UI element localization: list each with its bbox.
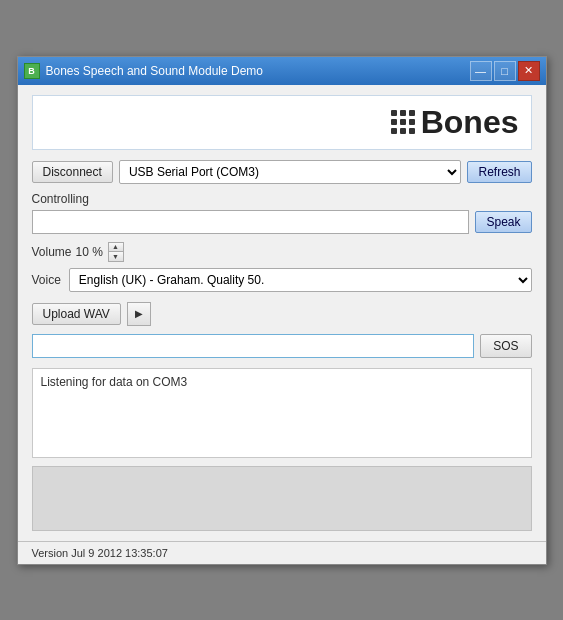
port-select[interactable]: USB Serial Port (COM3) COM1 COM2 COM4 [119, 160, 462, 184]
maximize-button[interactable]: □ [494, 61, 516, 81]
sos-row: SOS [32, 334, 532, 358]
play-button[interactable]: ▶ [127, 302, 151, 326]
log-text: Listening for data on COM3 [41, 375, 188, 389]
logo-dot-3 [409, 110, 415, 116]
minimize-button[interactable]: — [470, 61, 492, 81]
logo-text: Bones [421, 104, 519, 141]
volume-spinner[interactable]: ▲ ▼ [108, 242, 124, 262]
voice-row: Voice English (UK) - Graham. Quality 50.… [32, 268, 532, 292]
controlling-label: Controlling [32, 192, 532, 206]
app-icon-label: B [28, 66, 35, 76]
status-text: Version Jul 9 2012 13:35:07 [32, 547, 168, 559]
status-bar: Version Jul 9 2012 13:35:07 [18, 541, 546, 564]
app-icon: B [24, 63, 40, 79]
sos-input[interactable] [32, 334, 475, 358]
volume-label: Volume [32, 245, 72, 259]
disconnect-button[interactable]: Disconnect [32, 161, 113, 183]
log-area: Listening for data on COM3 [32, 368, 532, 458]
close-button[interactable]: ✕ [518, 61, 540, 81]
upload-wav-button[interactable]: Upload WAV [32, 303, 121, 325]
refresh-button[interactable]: Refresh [467, 161, 531, 183]
logo-dot-2 [400, 110, 406, 116]
logo-dot-7 [391, 128, 397, 134]
logo-dot-1 [391, 110, 397, 116]
window-body: Bones Disconnect USB Serial Port (COM3) … [18, 85, 546, 541]
sos-button[interactable]: SOS [480, 334, 531, 358]
window-title: Bones Speech and Sound Module Demo [46, 64, 470, 78]
window-controls: — □ ✕ [470, 61, 540, 81]
volume-up-button[interactable]: ▲ [109, 243, 123, 252]
logo-dot-4 [391, 119, 397, 125]
toolbar-row: Disconnect USB Serial Port (COM3) COM1 C… [32, 160, 532, 184]
logo-dot-8 [400, 128, 406, 134]
volume-value: 10 % [76, 245, 104, 259]
voice-label: Voice [32, 273, 61, 287]
logo-dot-5 [400, 119, 406, 125]
logo-area: Bones [32, 95, 532, 150]
logo-dots [391, 110, 415, 134]
volume-row: Volume 10 % ▲ ▼ [32, 242, 532, 262]
logo-dot-6 [409, 119, 415, 125]
speak-input[interactable] [32, 210, 470, 234]
voice-select[interactable]: English (UK) - Graham. Quality 50. Engli… [69, 268, 532, 292]
title-bar: B Bones Speech and Sound Module Demo — □… [18, 57, 546, 85]
speak-button[interactable]: Speak [475, 211, 531, 233]
main-window: B Bones Speech and Sound Module Demo — □… [17, 56, 547, 565]
volume-down-button[interactable]: ▼ [109, 252, 123, 261]
speak-row: Speak [32, 210, 532, 234]
bottom-area [32, 466, 532, 531]
wav-row: Upload WAV ▶ [32, 302, 532, 326]
bones-logo: Bones [391, 104, 519, 141]
logo-dot-9 [409, 128, 415, 134]
